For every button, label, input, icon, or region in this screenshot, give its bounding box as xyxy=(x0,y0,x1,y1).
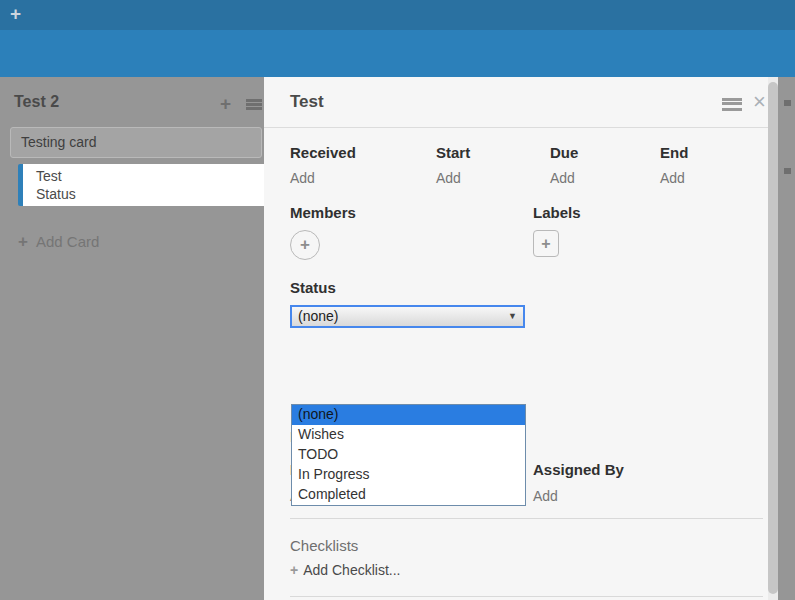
date-add-link[interactable]: Add xyxy=(550,170,578,186)
assigned-by-add-link[interactable]: Add xyxy=(533,488,624,504)
assigned-by-section: Assigned By Add xyxy=(533,461,624,504)
add-card-button[interactable]: +Add Card xyxy=(18,232,99,252)
dropdown-option-wishes[interactable]: Wishes xyxy=(292,425,525,445)
list-menu-icon[interactable] xyxy=(246,96,262,114)
date-due: Due Add xyxy=(550,144,578,186)
minicard-testing-card[interactable]: Testing card xyxy=(10,127,262,158)
dropdown-option-in-progress[interactable]: In Progress xyxy=(292,465,525,485)
minicard-test-status[interactable]: Test Status xyxy=(18,164,264,206)
labels-section: Labels + xyxy=(533,204,581,257)
board-header xyxy=(0,30,795,77)
add-checklist-label: Add Checklist... xyxy=(303,562,400,578)
divider xyxy=(290,518,763,519)
members-section: Members + xyxy=(290,204,356,260)
dropdown-option-none[interactable]: (none) xyxy=(292,405,525,425)
plus-icon: + xyxy=(290,562,298,578)
add-card-label: Add Card xyxy=(36,233,99,250)
add-label-button[interactable]: + xyxy=(533,230,559,257)
status-selected-value: (none) xyxy=(298,308,338,324)
app-window: + Test 2 + Testing card Test Status +Add… xyxy=(0,0,795,600)
minicard-title: Testing card xyxy=(21,134,96,150)
cropped-list-add-icon xyxy=(784,100,791,106)
list-header: Test 2 + xyxy=(14,93,264,117)
add-board-icon[interactable]: + xyxy=(10,3,21,25)
date-label: End xyxy=(660,144,688,161)
checklists-label: Checklists xyxy=(290,537,358,554)
date-received: Received Add xyxy=(290,144,356,186)
status-select[interactable]: (none) ▼ xyxy=(290,305,525,328)
add-checklist-button[interactable]: +Add Checklist... xyxy=(290,562,400,578)
list-title: Test 2 xyxy=(14,93,59,110)
status-section: Status (none) ▼ (none) Wishes TODO In Pr… xyxy=(290,279,525,328)
date-end: End Add xyxy=(660,144,688,186)
date-add-link[interactable]: Add xyxy=(436,170,470,186)
panel-scrollbar[interactable] xyxy=(768,77,778,600)
plus-icon: + xyxy=(541,235,550,253)
card-detail-header: Test × xyxy=(264,77,778,128)
hamburger-icon xyxy=(722,98,742,111)
scrollbar-thumb[interactable] xyxy=(768,82,778,594)
dropdown-option-completed[interactable]: Completed xyxy=(292,485,525,505)
minicard-line-2: Status xyxy=(36,185,264,203)
dropdown-option-todo[interactable]: TODO xyxy=(292,445,525,465)
date-add-link[interactable]: Add xyxy=(290,170,356,186)
assigned-by-label: Assigned By xyxy=(533,461,624,478)
board-overflow-strip xyxy=(778,77,795,600)
card-detail-panel: Test × Received Add Start Add Due Add En… xyxy=(264,77,778,600)
list-add-card-icon[interactable]: + xyxy=(220,93,231,115)
add-member-button[interactable]: + xyxy=(290,230,320,260)
app-header-top: + xyxy=(0,0,795,30)
date-label: Received xyxy=(290,144,356,161)
members-label: Members xyxy=(290,204,356,221)
card-title: Test xyxy=(290,92,324,112)
date-start: Start Add xyxy=(436,144,470,186)
plus-icon: + xyxy=(300,235,310,255)
hamburger-icon xyxy=(246,99,262,110)
status-dropdown: (none) Wishes TODO In Progress Completed xyxy=(291,404,526,506)
divider xyxy=(290,596,763,597)
date-label: Due xyxy=(550,144,578,161)
labels-label: Labels xyxy=(533,204,581,221)
close-icon[interactable]: × xyxy=(753,89,766,115)
minicard-line-1: Test xyxy=(36,167,264,185)
date-label: Start xyxy=(436,144,470,161)
cropped-icon xyxy=(784,168,791,174)
chevron-down-icon: ▼ xyxy=(508,311,517,321)
date-add-link[interactable]: Add xyxy=(660,170,688,186)
status-label: Status xyxy=(290,279,525,296)
card-menu-button[interactable] xyxy=(722,97,742,115)
plus-icon: + xyxy=(18,232,28,251)
